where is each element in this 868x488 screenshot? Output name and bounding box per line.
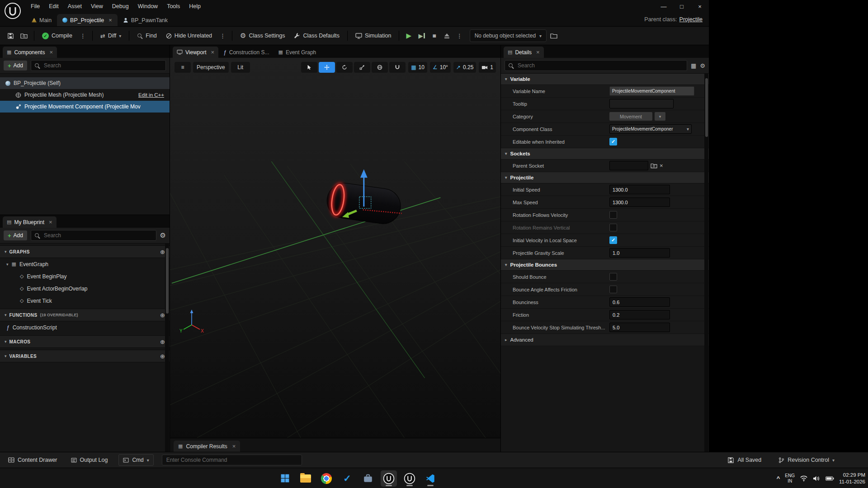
close-window-button[interactable]: ×: [691, 0, 709, 13]
diff-button[interactable]: ⇄ Diff ▾: [96, 29, 125, 42]
language-indicator[interactable]: ENG IN: [785, 473, 795, 484]
rotation-follows-velocity-checkbox[interactable]: ✓: [609, 211, 617, 219]
category-dropdown[interactable]: Movement: [609, 112, 652, 121]
simulation-button[interactable]: Simulation: [351, 29, 395, 42]
event-tick-row[interactable]: ◇ Event Tick: [0, 295, 170, 307]
perspective-dropdown[interactable]: Perspective: [193, 62, 229, 73]
vscode-taskbar-button[interactable]: [422, 470, 439, 487]
component-row-self[interactable]: BP_Projectile (Self): [0, 77, 170, 89]
variable-name-input[interactable]: ProjectileMovementComponent: [609, 86, 694, 96]
menu-view[interactable]: View: [86, 0, 108, 13]
menu-tools[interactable]: Tools: [162, 0, 184, 13]
unreal-launcher-taskbar-button[interactable]: [401, 470, 418, 487]
graphs-section-header[interactable]: ▾ GRAPHS ⊕: [0, 245, 170, 258]
camera-speed-control[interactable]: 1: [479, 62, 496, 73]
eject-button[interactable]: [441, 29, 453, 42]
hide-unrelated-button[interactable]: Hide Unrelated: [162, 29, 216, 42]
details-searchbox[interactable]: [505, 60, 687, 71]
advanced-section-header[interactable]: ▸ Advanced: [501, 334, 709, 346]
rotation-snap-control[interactable]: ∠ 10°: [430, 62, 451, 73]
component-row-mesh[interactable]: Projectile Mesh (Projectile Mesh) Edit i…: [0, 89, 170, 101]
minimize-button[interactable]: —: [655, 0, 673, 13]
menu-edit[interactable]: Edit: [44, 0, 63, 13]
bounce-velocity-threshold-input[interactable]: 5.0: [609, 323, 670, 332]
content-drawer-button[interactable]: Content Drawer: [5, 456, 60, 464]
play-button[interactable]: ▶: [403, 29, 415, 42]
close-panel-icon[interactable]: ×: [49, 49, 53, 56]
tab-main-level[interactable]: Main: [26, 14, 57, 26]
tab-construction-script[interactable]: ƒ Construction S...: [219, 47, 273, 58]
viewport-options-button[interactable]: ≡: [175, 62, 191, 73]
add-macro-button[interactable]: ⊕: [160, 338, 165, 345]
tab-bp-pawntank[interactable]: BP_PawnTank: [118, 14, 173, 26]
unreal-editor-taskbar-button[interactable]: [381, 470, 397, 487]
my-blueprint-scrollbar[interactable]: [165, 244, 169, 452]
tab-components[interactable]: ▦ Components ×: [3, 47, 57, 58]
select-tool-button[interactable]: [301, 62, 317, 73]
menu-help[interactable]: Help: [184, 0, 205, 13]
macros-section-header[interactable]: ▾ MACROS ⊕: [0, 335, 170, 348]
view-mode-dropdown[interactable]: Lit: [231, 62, 250, 73]
edit-in-cpp-link[interactable]: Edit in C++: [138, 92, 164, 98]
viewport-3d-scene[interactable]: [170, 58, 500, 438]
output-log-button[interactable]: Output Log: [68, 456, 111, 464]
menu-window[interactable]: Window: [133, 0, 162, 13]
maximize-button[interactable]: □: [673, 0, 691, 13]
details-scrollbar[interactable]: [704, 74, 708, 452]
initial-speed-input[interactable]: 1300.0: [609, 185, 670, 194]
components-search-input[interactable]: [43, 62, 162, 69]
volume-icon[interactable]: [813, 475, 821, 482]
checkmark-app-button[interactable]: ✓: [339, 470, 355, 487]
clear-socket-icon[interactable]: ×: [660, 162, 663, 169]
browse-debug-object-button[interactable]: [547, 29, 560, 42]
components-searchbox[interactable]: [31, 60, 166, 71]
functions-section-header[interactable]: ▾ FUNCTIONS (19 OVERRIDABLE) ⊕: [0, 309, 170, 321]
event-beginplay-row[interactable]: ◇ Event BeginPlay: [0, 270, 170, 282]
scale-tool-button[interactable]: [354, 62, 370, 73]
menu-file[interactable]: File: [26, 0, 44, 13]
all-saved-button[interactable]: All Saved: [725, 456, 764, 464]
add-blueprint-item-button[interactable]: + Add: [4, 230, 27, 240]
hidden-icons-chevron[interactable]: ^: [777, 475, 780, 482]
add-component-button[interactable]: + Add: [4, 61, 27, 70]
section-sockets[interactable]: ▾ Sockets: [501, 148, 709, 160]
file-explorer-button[interactable]: [297, 470, 314, 487]
construction-script-row[interactable]: ƒ ConstructionScript: [0, 321, 170, 333]
menu-debug[interactable]: Debug: [108, 0, 133, 13]
tab-bp-projectile[interactable]: BP_Projectile ×: [57, 14, 118, 26]
event-actorbeginoverlap-row[interactable]: ◇ Event ActorBeginOverlap: [0, 282, 170, 295]
bounciness-input[interactable]: 0.6: [609, 297, 670, 307]
add-variable-button[interactable]: ⊕: [160, 353, 165, 360]
compile-options-button[interactable]: ⋮: [77, 29, 89, 42]
compile-button[interactable]: ✓ Compile: [38, 29, 76, 42]
close-panel-icon[interactable]: ×: [536, 49, 540, 56]
tab-compiler-results[interactable]: ▦ Compiler Results ×: [174, 441, 240, 452]
component-row-movement[interactable]: Projectile Movement Component (Projectil…: [0, 101, 170, 113]
gravity-scale-input[interactable]: 1.0: [609, 248, 670, 258]
section-projectile-bounces[interactable]: ▾ Projectile Bounces: [501, 259, 709, 271]
console-mode-dropdown[interactable]: Cmd ▾: [118, 454, 153, 466]
tab-my-blueprint[interactable]: ▤ My Blueprint ×: [3, 216, 57, 228]
initial-velocity-local-checkbox[interactable]: ✓: [609, 236, 617, 244]
close-tab-icon[interactable]: ×: [211, 49, 214, 56]
close-panel-icon[interactable]: ×: [49, 219, 52, 225]
close-tab-icon[interactable]: ×: [108, 17, 112, 23]
close-tab-icon[interactable]: ×: [232, 443, 236, 450]
tab-viewport[interactable]: Viewport ×: [173, 47, 218, 58]
console-command-input[interactable]: [162, 455, 302, 465]
find-button[interactable]: Find: [133, 29, 160, 42]
add-graph-button[interactable]: ⊕: [160, 249, 165, 255]
revision-control-button[interactable]: Revision Control ▾: [776, 456, 837, 464]
save-asset-button[interactable]: [5, 29, 17, 42]
component-class-dropdown[interactable]: ProjectileMovementComponer ▾: [609, 124, 692, 134]
start-button[interactable]: [277, 470, 293, 487]
surface-snapping-button[interactable]: [389, 62, 406, 73]
browse-asset-button[interactable]: [18, 29, 30, 42]
max-speed-input[interactable]: 1300.0: [609, 197, 670, 207]
scrollbar-thumb[interactable]: [166, 248, 169, 314]
class-settings-button[interactable]: ⚙ Class Settings: [236, 29, 289, 42]
section-projectile[interactable]: ▾ Projectile: [501, 172, 709, 183]
tab-event-graph[interactable]: ▦ Event Graph: [274, 47, 320, 58]
debug-object-dropdown[interactable]: No debug object selected ▾: [470, 29, 547, 42]
friction-input[interactable]: 0.2: [609, 310, 670, 319]
